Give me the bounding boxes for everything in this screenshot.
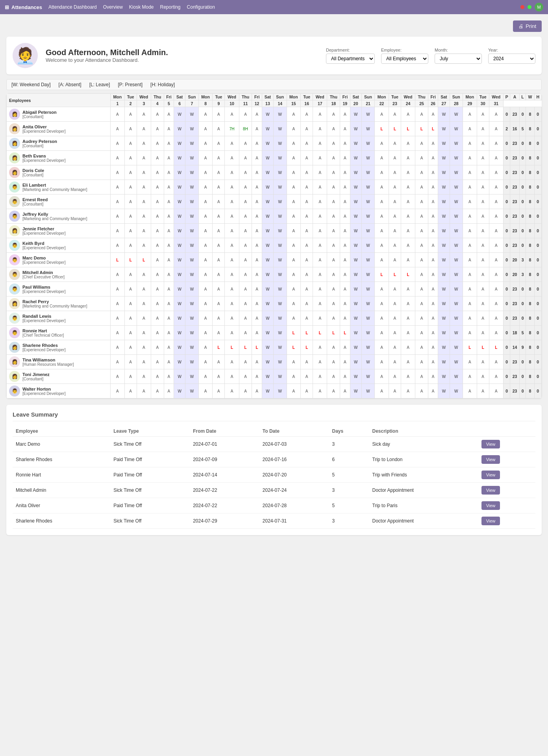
employee-select[interactable]: All Employees	[381, 54, 428, 64]
day-cell: A	[401, 282, 415, 296]
emp-avatar-10: 👨	[9, 254, 20, 265]
leave-employee: Anita Oliver	[13, 498, 110, 513]
emp-avatar-9: 👨	[9, 240, 20, 251]
day-cell: W	[174, 107, 185, 122]
list-item: Sharlene Rhodes Paid Time Off 2024-07-09…	[13, 452, 535, 467]
emp-cell-11: 👨 Mitchell Admin [Chief Executive Office…	[7, 267, 111, 282]
day-cell: A	[477, 311, 489, 326]
day-cell: A	[213, 136, 225, 151]
view-button-4[interactable]: View	[481, 501, 500, 510]
day-cell: A	[463, 267, 477, 282]
sum-H-11: 0	[534, 267, 541, 282]
day-header-21: Sun	[361, 94, 375, 100]
sum-W-1: 8	[526, 122, 534, 136]
day-cell: A	[198, 340, 213, 355]
day-cell: W	[450, 267, 463, 282]
table-row: 👩 Tina Williamson [Human Resources Manag…	[7, 355, 542, 369]
day-cell: A	[463, 311, 477, 326]
print-button[interactable]: 🖨 Print	[513, 20, 542, 32]
status-dot-green	[528, 5, 531, 9]
day-cell: A	[111, 195, 125, 209]
sum-W-11: 8	[526, 267, 534, 282]
leave-employee: Marc Demo	[13, 437, 110, 452]
day-cell: W	[185, 267, 199, 282]
day-cell: W	[350, 384, 361, 398]
leave-col-header: Employee	[13, 426, 110, 437]
day-cell: A	[164, 165, 174, 180]
nav-attendance-dashboard[interactable]: Attendance Dashboard	[48, 4, 97, 10]
day-cell: W	[174, 355, 185, 369]
month-select[interactable]: July	[435, 54, 482, 64]
day-cell: A	[198, 311, 213, 326]
day-cell: W	[450, 355, 463, 369]
day-num-13: 13	[262, 100, 273, 107]
day-cell: A	[301, 151, 313, 165]
sum-P-14: 0	[503, 311, 510, 326]
day-cell: A	[463, 224, 477, 238]
day-cell: A	[428, 355, 438, 369]
day-cell: A	[252, 369, 262, 384]
emp-col-header: Employees	[7, 94, 111, 107]
sum-H-16: 0	[534, 340, 541, 355]
list-item: Ronnie Hart Paid Time Off 2024-07-14 202…	[13, 467, 535, 483]
day-cell: A	[489, 151, 503, 165]
day-cell: W	[274, 224, 287, 238]
department-select[interactable]: All Departments	[326, 54, 375, 64]
day-cell: A	[477, 136, 489, 151]
leave-to: 2024-07-24	[259, 483, 329, 498]
emp-name-3: Beth Evans	[22, 154, 66, 158]
nav-kiosk-mode[interactable]: Kiosk Mode	[129, 4, 154, 10]
day-cell: A	[198, 355, 213, 369]
day-cell: A	[415, 296, 428, 311]
day-num-9: 9	[213, 100, 225, 107]
day-cell: A	[463, 238, 477, 253]
day-cell: A	[213, 355, 225, 369]
day-cell: W	[174, 253, 185, 267]
year-select[interactable]: 2024	[488, 54, 535, 64]
sum-P-19: 0	[503, 384, 510, 398]
day-cell: W	[262, 224, 273, 238]
day-header-15: Mon	[287, 94, 301, 100]
day-cell: A	[239, 151, 252, 165]
view-button-5[interactable]: View	[481, 517, 500, 525]
emp-avatar-14: 👨	[9, 313, 20, 324]
day-cell: W	[185, 253, 199, 267]
day-cell: A	[287, 165, 301, 180]
day-cell: A	[463, 296, 477, 311]
sum-L-14: 0	[519, 311, 526, 326]
day-cell: A	[239, 253, 252, 267]
day-cell: A	[301, 209, 313, 224]
day-num-27: 27	[438, 100, 450, 107]
day-cell: W	[438, 282, 450, 296]
view-button-3[interactable]: View	[481, 486, 500, 495]
day-cell: W	[438, 326, 450, 340]
day-cell: L	[287, 326, 301, 340]
status-dot-red	[520, 5, 524, 9]
day-cell: A	[124, 224, 137, 238]
sum-L-17: 0	[519, 355, 526, 369]
day-cell: A	[340, 195, 350, 209]
day-cell: A	[239, 180, 252, 195]
day-cell: W	[438, 238, 450, 253]
sum-A-12: 23	[510, 282, 519, 296]
emp-cell-13: 👩 Rachel Perry [Marketing and Community …	[7, 296, 111, 311]
day-header-6: Sat	[174, 94, 185, 100]
nav-configuration[interactable]: Configuration	[187, 4, 215, 10]
nav-reporting[interactable]: Reporting	[160, 4, 181, 10]
view-button-2[interactable]: View	[481, 471, 500, 479]
view-button-1[interactable]: View	[481, 455, 500, 464]
emp-role-7: [Marketing and Community Manager]	[22, 217, 87, 221]
day-cell: W	[450, 151, 463, 165]
table-row: 👩 Doris Cole [Consultant] AAAAAWWAAAAAWW…	[7, 165, 542, 180]
nav-overview[interactable]: Overview	[103, 4, 123, 10]
sum-H-3: 0	[534, 151, 541, 165]
view-button-0[interactable]: View	[481, 440, 500, 448]
day-header-10: Wed	[225, 94, 239, 100]
day-cell: W	[350, 340, 361, 355]
day-cell: A	[375, 209, 389, 224]
day-cell: A	[151, 209, 164, 224]
day-cell: A	[489, 311, 503, 326]
day-cell: L	[340, 326, 350, 340]
day-cell: A	[198, 107, 213, 122]
emp-avatar-12: 👨	[9, 284, 20, 295]
